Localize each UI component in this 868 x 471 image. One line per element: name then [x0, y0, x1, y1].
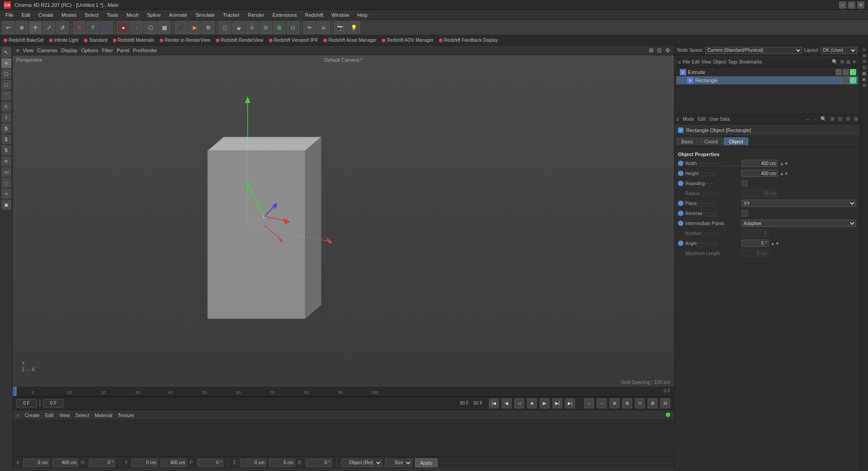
- size-y-input[interactable]: [161, 459, 187, 467]
- ri-icon3[interactable]: ≋: [863, 59, 866, 64]
- vp-panel[interactable]: Panel: [117, 48, 129, 53]
- angle-stepper[interactable]: ▲▼: [770, 241, 780, 246]
- apply-button[interactable]: Apply: [415, 458, 438, 467]
- menu-tracker[interactable]: Tracker: [219, 11, 244, 19]
- light-btn[interactable]: 💡: [347, 21, 360, 34]
- tree-object[interactable]: Object: [713, 59, 726, 64]
- menu-help[interactable]: Help: [354, 11, 371, 19]
- next-frame-btn[interactable]: ▶|: [552, 398, 562, 408]
- points-mode-btn[interactable]: ·: [131, 21, 143, 34]
- bottom-create[interactable]: Create: [24, 412, 39, 418]
- menu-render[interactable]: Render: [244, 11, 268, 19]
- props-settings-icon[interactable]: ⚙: [846, 116, 850, 122]
- b-rot-input[interactable]: [306, 459, 332, 467]
- p-rot-input[interactable]: [197, 459, 224, 467]
- props-userdata[interactable]: User Data: [709, 117, 730, 122]
- minimize-button[interactable]: ─: [839, 1, 846, 9]
- maximize-button[interactable]: □: [848, 1, 855, 9]
- close-button[interactable]: ✕: [857, 1, 864, 9]
- bottom-view[interactable]: View: [59, 412, 70, 418]
- interpoints-select[interactable]: Adaptive Uniform Subdivided: [741, 220, 856, 227]
- tree-bookmarks[interactable]: Bookmarks: [739, 59, 762, 64]
- poly-mode-btn[interactable]: ▦: [158, 21, 171, 34]
- z-pos-input[interactable]: [240, 459, 266, 467]
- menu-edit[interactable]: Edit: [18, 11, 34, 19]
- vp-settings-icon[interactable]: ⚙: [665, 47, 670, 54]
- y-pos-input[interactable]: [132, 459, 158, 467]
- menu-file[interactable]: File: [2, 11, 17, 19]
- render-btn[interactable]: ▶: [188, 21, 201, 34]
- tool-deform[interactable]: ⌇: [1, 113, 11, 123]
- reverse-checkbox[interactable]: [741, 210, 748, 216]
- props-search-icon[interactable]: 🔍: [820, 116, 827, 122]
- height-input[interactable]: [741, 170, 778, 177]
- tool-move[interactable]: ✛: [1, 58, 11, 68]
- z-axis-btn[interactable]: Z: [100, 21, 113, 34]
- rs-renderview[interactable]: Redshift RenderView: [214, 38, 265, 43]
- menu-mesh[interactable]: Mesh: [123, 11, 142, 19]
- frame-start-input[interactable]: [16, 399, 37, 407]
- menu-redshift[interactable]: Redshift: [301, 11, 327, 19]
- vp-prorender[interactable]: ProRender: [133, 48, 157, 53]
- tab-coord[interactable]: Coord: [699, 137, 723, 145]
- knife-btn[interactable]: ⚔: [317, 21, 330, 34]
- scale-btn[interactable]: ⤢: [43, 21, 55, 34]
- key-all-btn[interactable]: ⊕: [610, 398, 619, 408]
- width-stepper[interactable]: ▲▼: [780, 161, 789, 166]
- props-icon2[interactable]: ⊟: [838, 116, 842, 122]
- x-axis-btn[interactable]: X: [73, 21, 86, 34]
- ri-icon6[interactable]: ◉: [862, 77, 866, 82]
- tool-xpresso[interactable]: ≡: [1, 156, 11, 166]
- vp-view[interactable]: View: [23, 48, 34, 53]
- menu-animate[interactable]: Animate: [166, 11, 191, 19]
- plane-select[interactable]: XY XZ YZ: [741, 200, 856, 207]
- ri-icon2[interactable]: ⊕: [863, 53, 866, 58]
- rs-materials[interactable]: Redshift Materials: [111, 38, 156, 43]
- undo-btn[interactable]: ↩: [2, 21, 15, 34]
- height-stepper[interactable]: ▲▼: [780, 171, 789, 176]
- sculpt-btn[interactable]: ⊞: [259, 21, 272, 34]
- ri-icon4[interactable]: ⊟: [863, 65, 866, 70]
- tool-modeling[interactable]: ⬡: [1, 69, 11, 79]
- menu-extensions[interactable]: Extensions: [269, 11, 301, 19]
- brush-btn[interactable]: ⬙: [232, 21, 245, 34]
- tool-primitive[interactable]: □: [1, 80, 11, 90]
- props-expand-icon[interactable]: ⊞: [854, 116, 858, 122]
- stop-btn[interactable]: ■: [527, 398, 537, 408]
- vp-maximize-icon[interactable]: ⊞: [649, 47, 653, 54]
- menu-tools[interactable]: Tools: [103, 11, 122, 19]
- x-pos-input[interactable]: [23, 459, 49, 467]
- auto-key-btn[interactable]: ●: [597, 398, 607, 408]
- props-mode[interactable]: Mode: [683, 117, 694, 122]
- h-rot-input[interactable]: [89, 459, 115, 467]
- tool-nurbs[interactable]: ◊: [1, 102, 11, 112]
- record-btn[interactable]: ●: [584, 398, 594, 408]
- props-back-icon[interactable]: ←: [806, 117, 811, 122]
- viewport-canvas[interactable]: Perspective Default Camera:* Grid Spacin…: [13, 55, 674, 387]
- rs-asset[interactable]: Redshift Asset Manager: [322, 38, 378, 43]
- motion-clip-btn[interactable]: ⊙: [635, 398, 645, 408]
- spline-btn[interactable]: ✏: [303, 21, 316, 34]
- schematic-btn[interactable]: ⊟: [660, 398, 670, 408]
- weld-btn[interactable]: ⊟: [287, 21, 299, 34]
- node-space-select[interactable]: Current (Standard/Physical): [705, 47, 802, 54]
- tree-item-extrude[interactable]: E Extrude ✓: [676, 68, 858, 76]
- bottom-edit[interactable]: Edit: [45, 412, 54, 418]
- props-icon1[interactable]: ⊞: [830, 116, 834, 122]
- size-x-input[interactable]: [52, 459, 78, 467]
- menu-spline[interactable]: Spline: [143, 11, 165, 19]
- ri-icon1[interactable]: ≡: [863, 47, 866, 52]
- timeline-playhead[interactable]: [13, 387, 16, 397]
- ri-icon7[interactable]: ⊞: [863, 83, 866, 88]
- tool-hair[interactable]: ≈: [1, 189, 11, 199]
- tree-edit-menu[interactable]: Edit: [692, 59, 700, 64]
- vp-filter[interactable]: Filter: [102, 48, 113, 53]
- menu-modes[interactable]: Modes: [58, 11, 80, 19]
- extrude-btn[interactable]: ◫: [219, 21, 231, 34]
- tool-spline[interactable]: ⌒: [1, 91, 11, 101]
- obj-mode-btn[interactable]: ●: [117, 21, 130, 34]
- tool-floor[interactable]: ▭: [1, 167, 11, 177]
- y-axis-btn[interactable]: Y: [87, 21, 99, 34]
- tree-view[interactable]: View: [702, 59, 712, 64]
- props-up-icon[interactable]: ↑: [814, 117, 817, 122]
